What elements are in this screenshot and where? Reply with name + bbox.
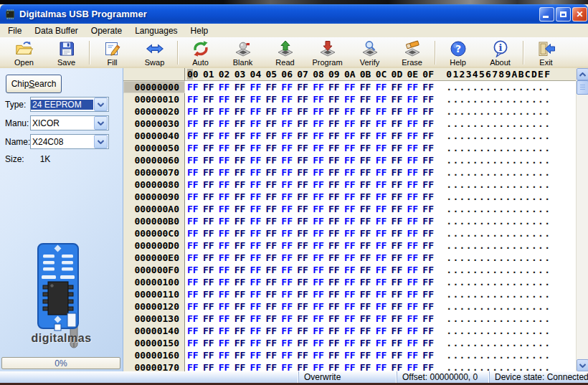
hex-byte-cell[interactable]: FF [376, 313, 392, 325]
hex-byte-cell[interactable]: FF [250, 166, 266, 179]
hex-byte-cell[interactable]: FF [376, 264, 392, 276]
hex-byte-cell[interactable]: FF [297, 361, 313, 371]
hex-byte-cell[interactable]: FF [203, 252, 219, 264]
hex-byte-cell[interactable]: FF [203, 300, 219, 313]
hex-byte-cell[interactable]: FF [422, 179, 438, 191]
hex-byte-cell[interactable]: FF [234, 142, 250, 154]
hex-byte-cell[interactable]: FF [407, 300, 422, 313]
hex-byte-cell[interactable]: FF [219, 215, 234, 227]
hex-byte-cell[interactable]: FF [234, 300, 250, 313]
hex-byte-cell[interactable]: FF [422, 105, 438, 118]
hex-byte-cell[interactable]: FF [297, 313, 313, 325]
hex-byte-cell[interactable]: FF [265, 313, 281, 325]
hex-byte-cell[interactable]: FF [281, 203, 297, 215]
hex-byte-cell[interactable]: FF [328, 118, 344, 130]
hex-byte-cell[interactable]: FF [250, 118, 266, 130]
hex-byte-cell[interactable]: FF [407, 325, 422, 337]
hex-byte-cell[interactable]: FF [376, 179, 392, 191]
hex-byte-cell[interactable]: FF [265, 252, 281, 264]
hex-byte-cell[interactable]: FF [407, 349, 422, 361]
hex-byte-cell[interactable]: FF [407, 361, 422, 371]
row-ascii[interactable]: ................ [446, 215, 551, 227]
hex-byte-cell[interactable]: FF [422, 81, 438, 93]
hex-byte-cell[interactable]: FF [281, 276, 297, 288]
hex-byte-cell[interactable]: FF [422, 361, 438, 371]
close-button[interactable]: ✕ [572, 7, 587, 22]
hex-byte-cell[interactable]: FF [422, 300, 438, 313]
hex-byte-cell[interactable]: FF [376, 142, 392, 154]
hex-byte-cell[interactable]: FF [219, 130, 234, 142]
fill-button[interactable]: Fill [91, 37, 133, 68]
hex-byte-cell[interactable]: FF [313, 288, 328, 300]
hex-byte-cell[interactable]: FF [250, 179, 266, 191]
hex-byte-cell[interactable]: FF [265, 361, 281, 371]
scroll-up-button[interactable] [577, 68, 588, 80]
auto-button[interactable]: Auto [179, 37, 222, 68]
row-ascii[interactable]: ................ [446, 105, 551, 118]
hex-byte-cell[interactable]: FF [297, 105, 313, 118]
chip-search-button[interactable]: Chip Search [6, 75, 62, 93]
hex-byte-cell[interactable]: FF [250, 325, 266, 337]
hex-byte-cell[interactable]: FF [328, 300, 344, 313]
hex-byte-cell[interactable]: FF [392, 142, 407, 154]
hex-byte-cell[interactable]: FF [392, 154, 407, 166]
hex-byte-cell[interactable]: FF [187, 81, 203, 93]
hex-byte-cell[interactable]: FF [392, 264, 407, 276]
row-ascii[interactable]: ................ [446, 349, 551, 361]
hex-byte-cell[interactable]: FF [422, 325, 438, 337]
hex-byte-cell[interactable]: FF [422, 264, 438, 276]
hex-byte-cell[interactable]: FF [265, 276, 281, 288]
hex-byte-cell[interactable]: FF [234, 361, 250, 371]
hex-byte-cell[interactable]: FF [392, 239, 407, 252]
hex-byte-cell[interactable]: FF [250, 239, 266, 252]
hex-byte-cell[interactable]: FF [250, 142, 266, 154]
hex-byte-cell[interactable]: FF [250, 93, 266, 105]
hex-byte-cell[interactable]: FF [392, 288, 407, 300]
minimize-button[interactable] [539, 7, 554, 22]
dropdown-arrow-button[interactable] [94, 98, 108, 111]
hex-byte-cell[interactable]: FF [250, 191, 266, 203]
hex-byte-cell[interactable]: FF [376, 154, 392, 166]
hex-byte-cell[interactable]: FF [344, 337, 360, 349]
hex-byte-cell[interactable]: FF [281, 264, 297, 276]
hex-byte-cell[interactable]: FF [281, 252, 297, 264]
hex-byte-cell[interactable]: FF [392, 179, 407, 191]
hex-byte-cell[interactable]: FF [376, 337, 392, 349]
hex-byte-cell[interactable]: FF [234, 313, 250, 325]
row-ascii[interactable]: ................ [446, 227, 551, 239]
hex-byte-cell[interactable]: FF [376, 325, 392, 337]
hex-byte-cell[interactable]: FF [344, 264, 360, 276]
hex-byte-cell[interactable]: FF [297, 142, 313, 154]
hex-byte-cell[interactable]: FF [328, 93, 344, 105]
dropdown-arrow-button[interactable] [94, 135, 108, 148]
menu-item-help[interactable]: Help [184, 24, 215, 37]
hex-byte-cell[interactable]: FF [250, 361, 266, 371]
hex-byte-cell[interactable]: FF [297, 166, 313, 179]
hex-byte-cell[interactable]: FF [422, 252, 438, 264]
hex-byte-cell[interactable]: FF [360, 264, 376, 276]
hex-byte-cell[interactable]: FF [250, 276, 266, 288]
hex-byte-cell[interactable]: FF [219, 300, 234, 313]
hex-byte-cell[interactable]: FF [407, 288, 422, 300]
hex-byte-cell[interactable]: FF [265, 337, 281, 349]
hex-byte-cell[interactable]: FF [297, 239, 313, 252]
row-ascii[interactable]: ................ [446, 179, 551, 191]
row-ascii[interactable]: ................ [446, 130, 551, 142]
hex-byte-cell[interactable]: FF [297, 349, 313, 361]
hex-byte-cell[interactable]: FF [234, 288, 250, 300]
row-ascii[interactable]: ................ [446, 166, 551, 179]
hex-byte-cell[interactable]: FF [313, 264, 328, 276]
hex-byte-cell[interactable]: FF [203, 288, 219, 300]
hex-byte-cell[interactable]: FF [265, 300, 281, 313]
hex-byte-cell[interactable]: FF [392, 166, 407, 179]
hex-byte-cell[interactable]: FF [313, 337, 328, 349]
hex-byte-cell[interactable]: FF [328, 252, 344, 264]
hex-byte-cell[interactable]: FF [407, 105, 422, 118]
hex-byte-cell[interactable]: FF [281, 191, 297, 203]
hex-byte-cell[interactable]: FF [234, 118, 250, 130]
hex-byte-cell[interactable]: FF [281, 105, 297, 118]
hex-byte-cell[interactable]: FF [265, 264, 281, 276]
hex-byte-cell[interactable]: FF [187, 288, 203, 300]
row-ascii[interactable]: ................ [446, 142, 551, 154]
hex-byte-cell[interactable]: FF [187, 349, 203, 361]
